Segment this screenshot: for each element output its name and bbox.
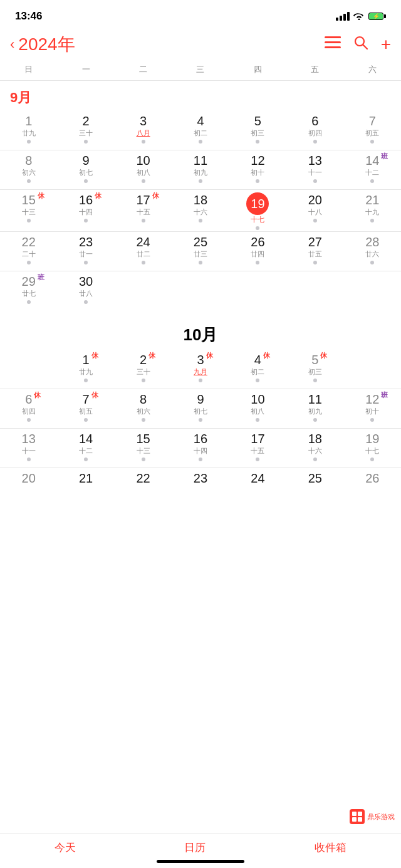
october-section: 10月 1 休 廿九 2 休 三十 3 休 九月 bbox=[0, 316, 401, 513]
day-dot bbox=[27, 261, 31, 264]
day-lunar: 九月 bbox=[194, 367, 207, 377]
add-icon[interactable]: + bbox=[381, 36, 391, 53]
sep-5[interactable]: 5 初三 bbox=[229, 111, 286, 150]
sep-14[interactable]: 14 班 十二 bbox=[344, 150, 401, 189]
sep-16[interactable]: 16 休 十四 bbox=[57, 190, 114, 231]
sep-9[interactable]: 9 初七 bbox=[57, 150, 114, 189]
oct-22[interactable]: 22 bbox=[115, 468, 172, 507]
sep-17[interactable]: 17 休 十五 bbox=[115, 190, 172, 231]
sep-29[interactable]: 29 班 廿七 bbox=[0, 271, 57, 310]
oct-21[interactable]: 21 bbox=[57, 468, 114, 507]
sep-27[interactable]: 27 廿五 bbox=[286, 232, 343, 271]
sep-18[interactable]: 18 十六 bbox=[172, 190, 229, 231]
sep-19[interactable]: 19 十七 bbox=[229, 190, 286, 231]
svg-rect-1 bbox=[325, 41, 341, 43]
oct-15[interactable]: 15 十三 bbox=[115, 429, 172, 468]
day-number: 21 bbox=[79, 471, 93, 486]
sep-30[interactable]: 30 廿八 bbox=[57, 271, 114, 310]
oct-3[interactable]: 3 休 九月 bbox=[172, 350, 229, 389]
oct-20[interactable]: 20 bbox=[0, 468, 57, 507]
sep-28[interactable]: 28 廿六 bbox=[344, 232, 401, 271]
sep-23[interactable]: 23 廿一 bbox=[57, 232, 114, 271]
oct-25[interactable]: 25 bbox=[286, 468, 343, 507]
oct-9[interactable]: 9 初七 bbox=[172, 389, 229, 428]
day-dot bbox=[313, 261, 317, 264]
day-number: 12 bbox=[365, 392, 379, 407]
weekday-thu: 四 bbox=[229, 61, 286, 78]
day-lunar: 廿七 bbox=[22, 289, 36, 298]
oct-19[interactable]: 19 十七 bbox=[344, 429, 401, 468]
day-lunar: 二十 bbox=[22, 249, 36, 259]
day-lunar: 初四 bbox=[308, 128, 322, 138]
oct-23[interactable]: 23 bbox=[172, 468, 229, 507]
oct-12[interactable]: 12 班 初十 bbox=[344, 389, 401, 428]
nav-inbox[interactable]: 收件箱 bbox=[315, 840, 346, 855]
oct-4[interactable]: 4 休 初二 bbox=[229, 350, 286, 389]
back-chevron-icon[interactable]: ‹ bbox=[10, 36, 14, 53]
sep-12[interactable]: 12 初十 bbox=[229, 150, 286, 189]
sep-21[interactable]: 21 十九 bbox=[344, 190, 401, 231]
oct-1[interactable]: 1 休 廿九 bbox=[57, 350, 114, 389]
day-number: 25 bbox=[194, 234, 207, 249]
day-dot bbox=[370, 418, 374, 422]
nav-today[interactable]: 今天 bbox=[55, 840, 76, 855]
sep-15[interactable]: 15 休 十三 bbox=[0, 190, 57, 231]
oct-13[interactable]: 13 十一 bbox=[0, 429, 57, 468]
header-left[interactable]: ‹ 2024年 bbox=[10, 33, 75, 56]
list-icon[interactable] bbox=[325, 36, 341, 53]
sep-24[interactable]: 24 廿二 bbox=[115, 232, 172, 271]
day-lunar: 初七 bbox=[194, 407, 207, 416]
sep-6[interactable]: 6 初四 bbox=[286, 111, 343, 150]
oct-17[interactable]: 17 十五 bbox=[229, 429, 286, 468]
day-lunar: 十九 bbox=[365, 207, 379, 217]
oct-10[interactable]: 10 初八 bbox=[229, 389, 286, 428]
day-dot bbox=[313, 179, 317, 183]
sep-25[interactable]: 25 廿三 bbox=[172, 232, 229, 271]
oct-11[interactable]: 11 初九 bbox=[286, 389, 343, 428]
oct-8[interactable]: 8 初六 bbox=[115, 389, 172, 428]
day-dot bbox=[84, 140, 88, 144]
oct-26[interactable]: 26 bbox=[344, 468, 401, 507]
empty bbox=[172, 271, 229, 310]
sep-22[interactable]: 22 二十 bbox=[0, 232, 57, 271]
oct-14[interactable]: 14 十二 bbox=[57, 429, 114, 468]
xiu-badge: 休 bbox=[320, 351, 327, 360]
nav-calendar[interactable]: 日历 bbox=[184, 840, 206, 855]
day-dot bbox=[84, 379, 88, 382]
sep-10[interactable]: 10 初八 bbox=[115, 150, 172, 189]
oct-16[interactable]: 16 十四 bbox=[172, 429, 229, 468]
day-lunar: 初四 bbox=[22, 407, 36, 416]
search-icon[interactable] bbox=[353, 35, 368, 54]
oct-6[interactable]: 6 休 初四 bbox=[0, 389, 57, 428]
year-label[interactable]: 2024年 bbox=[18, 33, 75, 56]
weekday-sat: 六 bbox=[344, 61, 401, 78]
day-lunar: 初五 bbox=[365, 128, 379, 138]
sep-1[interactable]: 1 廿九 bbox=[0, 111, 57, 150]
day-number: 17 bbox=[136, 192, 150, 207]
day-number: 16 bbox=[194, 431, 207, 446]
day-number: 25 bbox=[308, 471, 322, 486]
day-lunar: 十四 bbox=[79, 207, 93, 217]
oct-2[interactable]: 2 休 三十 bbox=[115, 350, 172, 389]
svg-rect-7 bbox=[358, 812, 362, 816]
day-dot bbox=[199, 261, 202, 264]
day-lunar: 廿四 bbox=[251, 249, 264, 259]
day-dot bbox=[256, 261, 259, 264]
day-number: 26 bbox=[365, 471, 379, 486]
sep-13[interactable]: 13 十一 bbox=[286, 150, 343, 189]
sep-8[interactable]: 8 初六 bbox=[0, 150, 57, 189]
sep-4[interactable]: 4 初二 bbox=[172, 111, 229, 150]
sep-11[interactable]: 11 初九 bbox=[172, 150, 229, 189]
oct-7[interactable]: 7 休 初五 bbox=[57, 389, 114, 428]
oct-5[interactable]: 5 休 初三 bbox=[286, 350, 343, 389]
sep-2[interactable]: 2 三十 bbox=[57, 111, 114, 150]
sep-26[interactable]: 26 廿四 bbox=[229, 232, 286, 271]
sep-3[interactable]: 3 八月 bbox=[115, 111, 172, 150]
sep-7[interactable]: 7 初五 bbox=[344, 111, 401, 150]
sep-20[interactable]: 20 十八 bbox=[286, 190, 343, 231]
oct-18[interactable]: 18 十六 bbox=[286, 429, 343, 468]
day-lunar: 初三 bbox=[251, 128, 264, 138]
day-lunar: 初五 bbox=[79, 407, 93, 416]
day-dot bbox=[370, 219, 374, 222]
oct-24[interactable]: 24 bbox=[229, 468, 286, 507]
